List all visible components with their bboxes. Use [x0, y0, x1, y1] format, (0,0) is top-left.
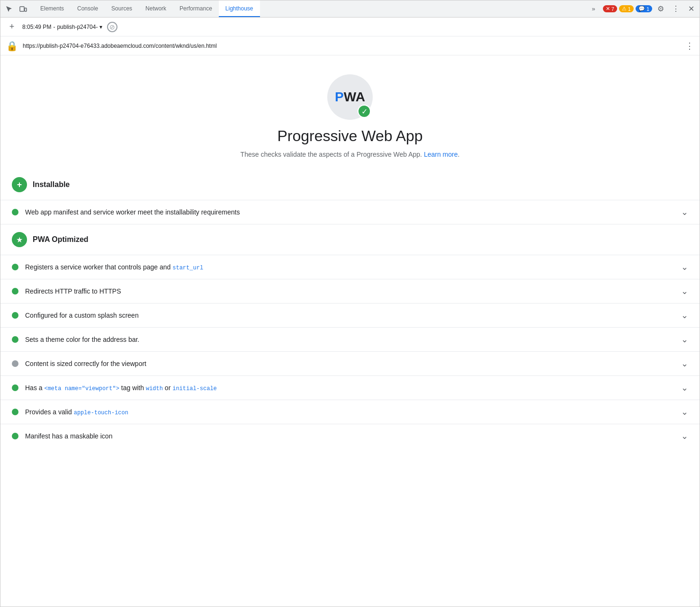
warning-icon: ⚠ — [622, 6, 627, 12]
chevron-down-icon: ⌄ — [681, 407, 688, 417]
chevron-down-icon: ⌄ — [681, 207, 688, 217]
chevron-down-icon: ⌄ — [681, 383, 688, 393]
info-icon: 💬 — [638, 6, 645, 12]
chevron-down-icon: ⌄ — [681, 431, 688, 441]
installable-icon: + — [12, 177, 27, 192]
warning-badge[interactable]: ⚠ 1 — [619, 5, 634, 12]
tab-performance[interactable]: Performance — [173, 0, 219, 17]
info-badge[interactable]: 💬 1 — [636, 5, 652, 12]
chevron-down-icon: ⌄ — [681, 286, 688, 296]
learn-more-link[interactable]: Learn more — [424, 151, 458, 158]
no-throttle-button[interactable]: ⊘ — [107, 22, 117, 32]
audit-dot-green — [12, 433, 18, 439]
audit-item-splash[interactable]: Configured for a custom splash screen ⌄ — [0, 303, 700, 327]
devtools-frame: Elements Console Sources Network Perform… — [0, 0, 700, 607]
cursor-icon[interactable] — [2, 2, 16, 16]
chevron-down-icon: ⌄ — [681, 310, 688, 321]
error-icon: ✕ — [606, 6, 610, 12]
svg-rect-0 — [20, 7, 24, 11]
pwa-icon-circle: PWA ✓ — [327, 74, 373, 120]
pwa-optimized-icon: ★ — [12, 232, 27, 247]
more-tabs-button[interactable]: » — [588, 0, 599, 17]
tab-bar: Elements Console Sources Network Perform… — [0, 0, 700, 18]
audit-item-maskable[interactable]: Manifest has a maskable icon ⌄ — [0, 424, 700, 448]
pwa-logo: PWA — [335, 89, 365, 105]
audit-item-https[interactable]: Redirects HTTP traffic to HTTPS ⌄ — [0, 279, 700, 303]
audit-dot-green — [12, 209, 18, 215]
session-label: 8:05:49 PM - publish-p24704- ▾ — [22, 24, 102, 30]
url-more-icon[interactable]: ⋮ — [685, 41, 694, 51]
tab-bar-right: ✕ 7 ⚠ 1 💬 1 ⚙ ⋮ ✕ — [599, 0, 698, 17]
badges-container: ✕ 7 ⚠ 1 💬 1 — [603, 5, 652, 12]
pwa-optimized-title: PWA Optimized — [33, 235, 89, 244]
settings-icon[interactable]: ⚙ — [654, 2, 667, 16]
error-badge[interactable]: ✕ 7 — [603, 5, 617, 12]
chevron-down-icon: ⌄ — [681, 334, 688, 345]
more-options-icon[interactable]: ⋮ — [669, 2, 682, 16]
error-count: 7 — [611, 6, 614, 12]
url-bar: 🔒 https://publish-p24704-e76433.adobeaem… — [0, 36, 700, 55]
tab-elements[interactable]: Elements — [34, 0, 71, 17]
installable-section-header: + Installable — [0, 170, 700, 200]
tab-sources[interactable]: Sources — [105, 0, 139, 17]
audit-text-theme-color: Sets a theme color for the address bar. — [25, 336, 674, 343]
audit-item-viewport-meta[interactable]: Has a <meta name="viewport"> tag with wi… — [0, 375, 700, 400]
tab-bar-left — [2, 0, 34, 17]
security-warning-icon: 🔒 — [6, 40, 18, 52]
audit-text-viewport-size: Content is sized correctly for the viewp… — [25, 360, 674, 367]
audit-item-service-worker[interactable]: Registers a service worker that controls… — [0, 255, 700, 279]
audit-item-theme-color[interactable]: Sets a theme color for the address bar. … — [0, 327, 700, 351]
audit-dot-green — [12, 384, 18, 391]
pwa-subtitle: These checks validate the aspects of a P… — [241, 151, 460, 158]
pwa-optimized-section-header: ★ PWA Optimized — [0, 224, 700, 255]
audit-text-apple-touch: Provides a valid apple-touch-icon — [25, 408, 674, 416]
audit-text-manifest: Web app manifest and service worker meet… — [25, 208, 674, 216]
audit-dot-green — [12, 264, 18, 270]
url-text: https://publish-p24704-e76433.adobeaemcl… — [23, 43, 681, 49]
audit-text-splash: Configured for a custom splash screen — [25, 312, 674, 319]
pwa-check-icon: ✓ — [358, 105, 371, 118]
audit-dot-gray — [12, 360, 18, 367]
audit-dot-green — [12, 312, 18, 319]
info-count: 1 — [646, 6, 649, 12]
session-bar: + 8:05:49 PM - publish-p24704- ▾ ⊘ — [0, 18, 700, 36]
chevron-down-icon: ⌄ — [681, 358, 688, 369]
tab-lighthouse[interactable]: Lighthouse — [219, 0, 260, 17]
audit-text-maskable: Manifest has a maskable icon — [25, 432, 674, 440]
audit-dot-green — [12, 409, 18, 415]
tabs-container: Elements Console Sources Network Perform… — [34, 0, 588, 17]
warning-count: 1 — [628, 6, 631, 12]
audit-item-apple-touch[interactable]: Provides a valid apple-touch-icon ⌄ — [0, 400, 700, 424]
audit-item-viewport-size[interactable]: Content is sized correctly for the viewp… — [0, 351, 700, 375]
audit-text-https: Redirects HTTP traffic to HTTPS — [25, 287, 674, 295]
audit-item-manifest[interactable]: Web app manifest and service worker meet… — [0, 200, 700, 224]
installable-title: Installable — [33, 180, 70, 189]
svg-rect-1 — [25, 8, 27, 11]
tab-network[interactable]: Network — [139, 0, 173, 17]
close-icon[interactable]: ✕ — [684, 2, 698, 16]
chevron-down-icon: ⌄ — [681, 262, 688, 272]
audit-dot-green — [12, 288, 18, 295]
main-content: PWA ✓ Progressive Web App These checks v… — [0, 55, 700, 607]
audit-dot-green — [12, 336, 18, 343]
audit-text-viewport-meta: Has a <meta name="viewport"> tag with wi… — [25, 384, 674, 392]
device-toggle-icon[interactable] — [17, 2, 30, 16]
pwa-title: Progressive Web App — [277, 127, 422, 145]
tab-console[interactable]: Console — [71, 0, 105, 17]
pwa-header: PWA ✓ Progressive Web App These checks v… — [0, 55, 700, 170]
audit-text-service-worker: Registers a service worker that controls… — [25, 263, 674, 271]
new-tab-button[interactable]: + — [6, 21, 18, 33]
